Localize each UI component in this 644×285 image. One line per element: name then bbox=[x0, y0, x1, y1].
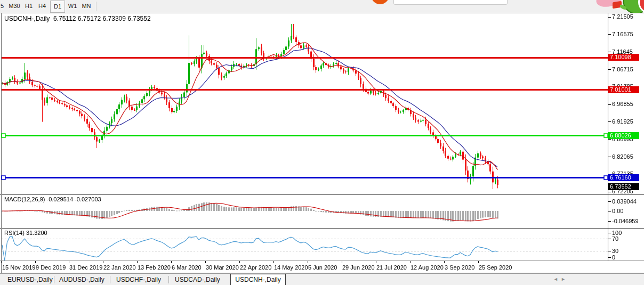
timeframe-mn-button[interactable]: MN bbox=[79, 1, 93, 12]
macd-axis-tick: 0.00 bbox=[612, 208, 623, 214]
tab-audusd[interactable]: AUDUSD-,Daily bbox=[59, 274, 104, 285]
tab-scroll-left-icon[interactable]: ◄ bbox=[553, 276, 558, 282]
hline-price-label: 6.88026 bbox=[608, 132, 639, 139]
date-axis-label: 31 Dec 2019 bbox=[69, 264, 102, 271]
tab-usdchf[interactable]: USDCHF-,Daily bbox=[116, 274, 161, 285]
date-axis-label: 14 May 2020 bbox=[274, 264, 308, 271]
tab-separator bbox=[54, 276, 54, 283]
date-axis-label: 13 Feb 2020 bbox=[138, 264, 171, 271]
date-axis-label: 6 Mar 2020 bbox=[172, 264, 202, 271]
date-axis-label: 21 Jul 2020 bbox=[376, 264, 407, 271]
rsi-axis-tick: 0 bbox=[612, 254, 615, 260]
chart-window: USDCNH-,Daily 6.75112 6.75172 6.73309 6.… bbox=[0, 13, 644, 273]
hline-price-label: 6.76160 bbox=[608, 174, 639, 181]
date-axis-label: 29 Jun 2020 bbox=[342, 264, 375, 271]
rsi-indicator-label: RSI(14) 31.3200 bbox=[4, 230, 47, 236]
tab-eurusd[interactable]: EURUSD-,Daily bbox=[7, 274, 53, 285]
price-axis-tick: 7.06715 bbox=[612, 66, 633, 72]
mt4-window: { "toolbar": { "timeframes": ["5", "M30"… bbox=[0, 0, 644, 285]
share-widget-fragment-icon bbox=[371, 0, 389, 4]
price-axis-tick: 7.21505 bbox=[612, 13, 633, 20]
tab-scroll-right-icon[interactable]: ► bbox=[561, 276, 566, 282]
tab-separator bbox=[168, 276, 169, 283]
macd-indicator-label: MACD(12,26,9) -0.029514 -0.027003 bbox=[4, 196, 101, 202]
current-price-label: 6.73552 bbox=[608, 183, 639, 190]
price-axis-tick: 6.91925 bbox=[612, 118, 633, 125]
toolbar-separator bbox=[96, 2, 97, 11]
price-chart-canvas[interactable] bbox=[0, 13, 644, 273]
date-axis-label: 22 Jan 2020 bbox=[103, 264, 136, 271]
hline-price-label: 7.01001 bbox=[608, 86, 639, 93]
rsi-axis-tick: 70 bbox=[612, 235, 618, 242]
tab-usdcad[interactable]: USDCAD-,Daily bbox=[175, 274, 220, 285]
date-axis-label: 9 Dec 2019 bbox=[36, 264, 66, 271]
date-axis-label: 5 Jun 2020 bbox=[308, 264, 337, 271]
date-axis-label: 30 Mar 2020 bbox=[206, 264, 239, 271]
date-axis-label: 22 Apr 2020 bbox=[240, 264, 271, 271]
timeframe-w1-button[interactable]: W1 bbox=[66, 1, 79, 12]
timeframe-toolbar: 5 M30 H1 H4 D1 W1 MN bbox=[0, 0, 644, 13]
chart-title: USDCNH-,Daily 6.75112 6.75172 6.73309 6.… bbox=[4, 15, 151, 22]
date-axis-label: 3 Sep 2020 bbox=[445, 264, 474, 271]
date-axis-label: 12 Aug 2020 bbox=[410, 264, 444, 271]
tab-usdcnh-active[interactable]: USDCNH-,Daily bbox=[230, 274, 286, 285]
price-axis-tick: 6.82065 bbox=[612, 153, 633, 160]
timeframe-d1-button[interactable]: D1 bbox=[50, 1, 65, 13]
date-axis-label: 25 Sep 2020 bbox=[479, 264, 512, 271]
tab-separator bbox=[110, 276, 110, 283]
timeframe-h1-button[interactable]: H1 bbox=[22, 1, 35, 12]
macd-axis-tick: 0.039044 bbox=[612, 198, 637, 205]
timeframe-m30-button[interactable]: M30 bbox=[6, 1, 22, 12]
timeframe-m5-button[interactable]: 5 bbox=[0, 1, 5, 12]
rsi-axis-tick: 30 bbox=[612, 248, 618, 254]
price-axis-tick: 6.96855 bbox=[612, 101, 633, 107]
macd-axis-tick: -0.046959 bbox=[612, 218, 639, 224]
timeframe-h4-button[interactable]: H4 bbox=[36, 1, 49, 12]
price-axis-tick: 7.16575 bbox=[612, 31, 633, 37]
share-widget-box bbox=[393, 0, 508, 5]
symbol-tabbar: EURUSD-,Daily AUDUSD-,Daily USDCHF-,Dail… bbox=[0, 273, 644, 285]
hline-price-label: 7.10098 bbox=[608, 54, 639, 61]
date-axis-label: 15 Nov 2019 bbox=[2, 264, 35, 271]
